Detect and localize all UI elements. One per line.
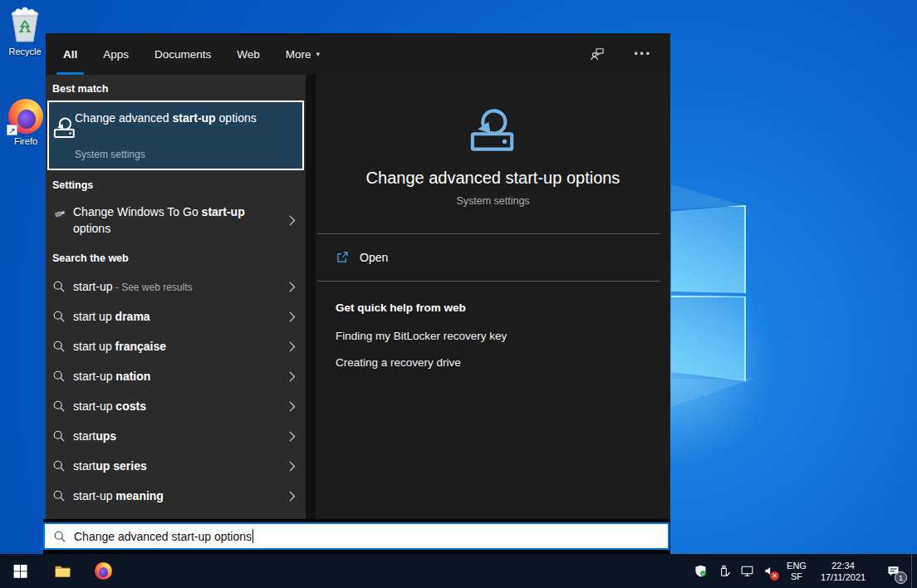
- usb-drive-icon: [52, 206, 67, 221]
- keyboard-layout-code: SF: [782, 571, 812, 582]
- firefox-icon: [95, 562, 112, 580]
- web-suggestion[interactable]: start-up costs: [46, 392, 306, 422]
- tab-web[interactable]: Web: [235, 33, 262, 75]
- panel-divider: [306, 75, 316, 519]
- search-icon: [53, 530, 66, 543]
- section-header-best-match: Best match: [52, 83, 108, 95]
- shortcut-arrow-icon: ↗: [7, 125, 17, 135]
- chevron-right-icon[interactable]: [288, 214, 296, 227]
- notification-count-badge: 1: [895, 571, 907, 584]
- settings-result[interactable]: Change Windows To Go start-up options: [46, 196, 306, 247]
- web-suggestion-text: start up drama: [73, 310, 150, 323]
- recovery-icon-large: [469, 105, 517, 153]
- taskbar-clock[interactable]: 22:34 17/11/2021: [812, 560, 875, 583]
- search-icon: [52, 459, 66, 473]
- web-suggestion-text: startup series: [73, 459, 147, 473]
- help-link-bitlocker[interactable]: Finding my BitLocker recovery key: [336, 330, 507, 342]
- web-suggestion[interactable]: start-up meaning: [46, 482, 306, 512]
- windows-logo-icon: [12, 562, 29, 580]
- taskbar: ✕ ENG SF 22:34 17/11/2021 1: [0, 554, 917, 588]
- tab-all[interactable]: All: [61, 33, 79, 75]
- web-suggestion-text: start up française: [73, 340, 166, 353]
- search-box-backdrop: Change advanced start-up options: [43, 519, 670, 554]
- start-button[interactable]: [3, 554, 37, 588]
- web-suggestion[interactable]: start-up - See web results: [46, 272, 306, 302]
- recycle-bin-icon: [7, 6, 43, 44]
- more-options-icon[interactable]: •••: [634, 48, 652, 60]
- best-match-title: Change advanced start-up options: [75, 110, 257, 126]
- search-input[interactable]: Change advanced start-up options: [43, 522, 669, 550]
- search-icon: [52, 489, 66, 502]
- open-action[interactable]: Open: [316, 234, 660, 280]
- safely-remove-hardware-tray-icon[interactable]: [712, 554, 735, 588]
- wallpaper-windows-logo-pane-top: [671, 205, 746, 293]
- file-explorer-button[interactable]: [46, 554, 79, 588]
- search-input-value: Change advanced start-up options: [74, 530, 252, 543]
- wallpaper-windows-logo-pane-bottom: [671, 296, 746, 381]
- web-suggestion-text: start-up - See web results: [73, 280, 193, 293]
- section-header-settings: Settings: [52, 179, 93, 191]
- wallpaper-light-beam: [671, 184, 743, 209]
- language-indicator[interactable]: ENG SF: [782, 561, 812, 582]
- open-external-icon: [336, 250, 350, 264]
- clock-time: 22:34: [812, 560, 875, 571]
- chevron-right-icon[interactable]: [288, 311, 296, 323]
- chevron-right-icon[interactable]: [288, 490, 296, 502]
- search-icon: [52, 429, 66, 443]
- web-suggestion[interactable]: start up française: [46, 332, 306, 362]
- volume-muted-tray-icon[interactable]: ✕: [758, 554, 782, 588]
- tab-documents[interactable]: Documents: [153, 33, 213, 75]
- firefox-label: Firefo: [1, 136, 51, 146]
- tab-more[interactable]: More ▾: [284, 33, 321, 75]
- web-suggestion[interactable]: start-up nation: [46, 362, 306, 392]
- web-suggestion-text: startups: [73, 429, 116, 443]
- desktop-icon-firefox[interactable]: ↗ Firefo: [1, 99, 51, 146]
- open-label: Open: [360, 251, 388, 264]
- web-suggestion[interactable]: start up drama: [46, 302, 306, 332]
- web-suggestion[interactable]: startup series: [46, 452, 306, 482]
- preview-title: Change advanced start-up options: [316, 169, 670, 188]
- search-icon: [52, 399, 66, 413]
- chevron-right-icon[interactable]: [288, 281, 296, 293]
- search-icon: [52, 310, 66, 323]
- chevron-right-icon[interactable]: [288, 430, 296, 443]
- search-icon: [52, 340, 66, 353]
- web-suggestion-text: start-up meaning: [73, 489, 164, 502]
- desktop-icon-recycle-bin[interactable]: Recycle: [0, 6, 50, 56]
- folder-icon: [54, 562, 71, 580]
- preview-subtitle: System settings: [316, 195, 670, 207]
- action-center-button[interactable]: 1: [875, 554, 911, 588]
- search-flyout-panel: All Apps Documents Web More ▾ ••• Best m…: [46, 33, 670, 519]
- search-icon: [52, 280, 66, 293]
- best-match-subtitle: System settings: [75, 149, 145, 160]
- quick-help-header: Get quick help from web: [336, 301, 466, 314]
- result-preview-pane: Change advanced start-up options System …: [316, 75, 670, 519]
- clock-date: 17/11/2021: [812, 571, 875, 583]
- help-link-recovery-drive[interactable]: Creating a recovery drive: [336, 356, 461, 369]
- chevron-right-icon[interactable]: [288, 370, 296, 383]
- chevron-down-icon: ▾: [316, 50, 321, 58]
- windows-security-tray-icon[interactable]: [689, 554, 712, 588]
- best-match-result[interactable]: Change advanced start-up options System …: [47, 100, 304, 170]
- feedback-icon[interactable]: [589, 46, 606, 62]
- language-code: ENG: [782, 561, 812, 571]
- web-suggestion-text: start-up nation: [73, 370, 150, 383]
- text-caret: [253, 529, 253, 543]
- search-filter-tabbar: All Apps Documents Web More ▾ •••: [46, 33, 670, 75]
- search-icon: [52, 370, 66, 383]
- mute-badge-icon: ✕: [770, 571, 779, 581]
- recovery-icon: [53, 115, 76, 139]
- web-suggestion-text: start-up costs: [73, 399, 146, 413]
- search-results-list: Best match Change advanced start-up opti…: [46, 75, 306, 519]
- firefox-taskbar-button[interactable]: [86, 554, 120, 588]
- show-desktop-button[interactable]: [911, 554, 917, 588]
- tab-apps[interactable]: Apps: [101, 33, 130, 75]
- settings-result-text: Change Windows To Go start-up options: [73, 203, 266, 237]
- chevron-right-icon[interactable]: [288, 341, 296, 353]
- divider: [317, 281, 660, 282]
- network-tray-icon[interactable]: [735, 554, 758, 588]
- section-header-search-the-web: Search the web: [52, 252, 129, 264]
- chevron-right-icon[interactable]: [288, 460, 296, 473]
- chevron-right-icon[interactable]: [288, 400, 296, 413]
- web-suggestion[interactable]: startups: [46, 422, 306, 452]
